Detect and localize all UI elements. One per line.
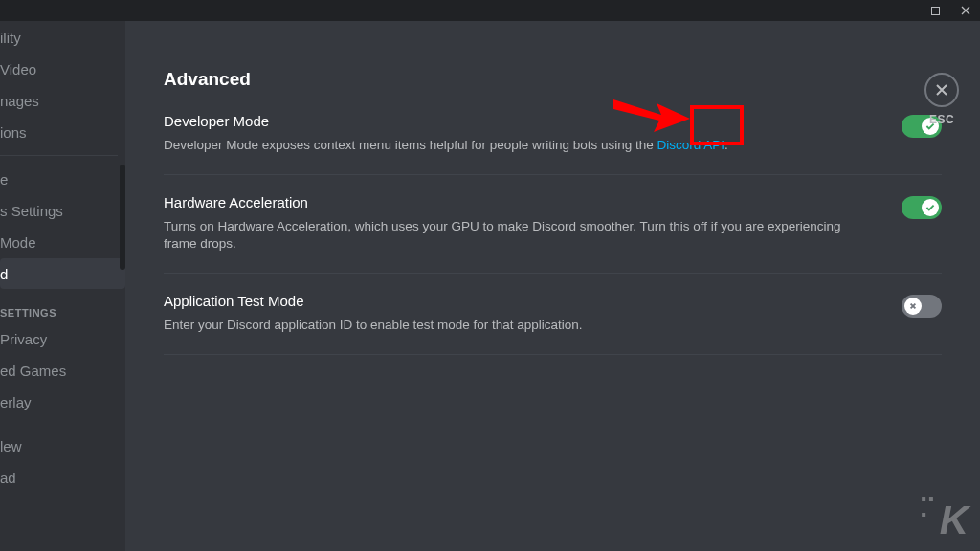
discord-api-link[interactable]: Discord API xyxy=(657,138,725,152)
settings-sidebar: ility Video nages ions e s Settings Mode… xyxy=(0,21,125,551)
watermark-logo: ▪▪▪K xyxy=(921,492,967,543)
sidebar-item[interactable]: e xyxy=(0,164,125,194)
sidebar-item[interactable]: ility xyxy=(0,22,125,53)
sidebar-divider xyxy=(0,155,118,156)
window-maximize-button[interactable] xyxy=(926,2,944,19)
close-label: ESC xyxy=(929,113,954,126)
setting-title: Hardware Acceleration xyxy=(164,194,871,210)
window-minimize-button[interactable] xyxy=(896,2,913,19)
application-test-mode-toggle[interactable] xyxy=(902,295,942,318)
close-icon xyxy=(934,82,949,98)
setting-developer-mode: Developer Mode Developer Mode exposes co… xyxy=(164,113,942,175)
sidebar-section-header: SETTINGS xyxy=(0,290,125,322)
window-close-button[interactable] xyxy=(957,2,974,19)
setting-title: Developer Mode xyxy=(164,113,871,129)
svg-rect-0 xyxy=(900,11,909,11)
close-settings-button[interactable]: ESC xyxy=(924,73,959,126)
window-titlebar xyxy=(0,0,980,21)
sidebar-item[interactable]: s Settings xyxy=(0,195,125,226)
page-title: Advanced xyxy=(164,69,942,90)
sidebar-item-advanced[interactable]: d xyxy=(0,258,125,289)
sidebar-item[interactable]: ad xyxy=(0,462,125,493)
svg-rect-1 xyxy=(931,7,939,14)
setting-description: Turns on Hardware Acceleration, which us… xyxy=(164,218,871,253)
sidebar-item[interactable]: ions xyxy=(0,117,125,147)
settings-content: Advanced Developer Mode Developer Mode e… xyxy=(125,21,980,551)
setting-title: Application Test Mode xyxy=(164,293,871,309)
sidebar-item[interactable]: Privacy xyxy=(0,323,125,354)
hardware-acceleration-toggle[interactable] xyxy=(902,196,942,219)
setting-application-test-mode: Application Test Mode Enter your Discord… xyxy=(164,293,942,355)
setting-description: Developer Mode exposes context menu item… xyxy=(164,137,871,155)
setting-description: Enter your Discord application ID to ena… xyxy=(164,317,871,335)
sidebar-item[interactable]: erlay xyxy=(0,386,125,417)
setting-hardware-acceleration: Hardware Acceleration Turns on Hardware … xyxy=(164,194,942,274)
sidebar-item[interactable]: nages xyxy=(0,85,125,116)
sidebar-item[interactable]: ed Games xyxy=(0,355,125,386)
sidebar-item[interactable]: lew xyxy=(0,430,125,461)
sidebar-item[interactable]: Mode xyxy=(0,227,125,257)
sidebar-item[interactable]: Video xyxy=(0,54,125,84)
